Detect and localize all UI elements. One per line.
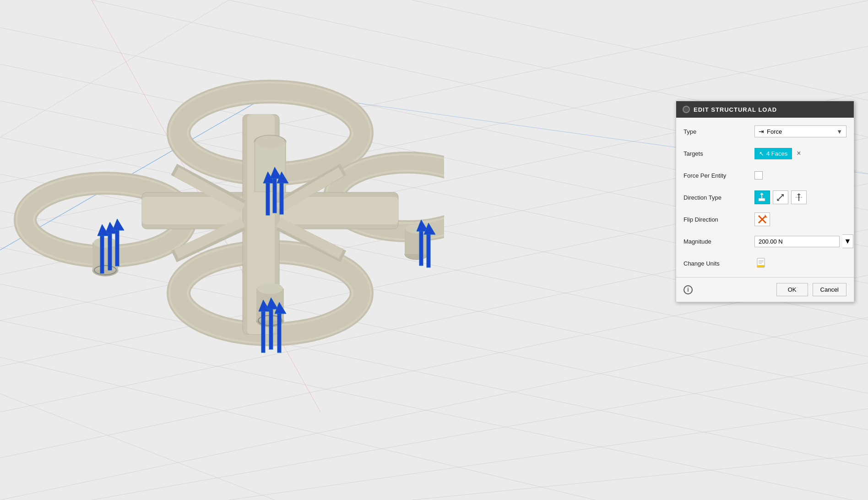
info-button[interactable]: i [684, 285, 693, 294]
flip-icon [757, 214, 767, 224]
targets-count: 4 Faces [766, 150, 787, 157]
svg-rect-73 [273, 179, 277, 213]
flip-direction-button[interactable] [754, 212, 770, 226]
direction-type-label: Direction Type [684, 194, 754, 201]
panel-body: Type ⇥ Force ▼ Targets ↖ 4 Faces × [676, 118, 854, 277]
magnitude-input[interactable] [754, 236, 840, 247]
force-per-entity-control [754, 171, 846, 179]
svg-marker-78 [113, 219, 124, 230]
direction-vector-button[interactable] [773, 190, 788, 204]
panel-footer: i OK Cancel [676, 277, 854, 302]
panel-title: EDIT STRUCTURAL LOAD [694, 106, 777, 113]
cursor-icon: ↖ [759, 150, 764, 157]
svg-point-58 [255, 136, 285, 148]
footer-right: OK Cancel [776, 283, 846, 296]
magnitude-row: Magnitude ▼ [684, 234, 846, 249]
3d-model [0, 0, 444, 500]
magnitude-label: Magnitude [684, 238, 754, 245]
edit-structural-load-panel: EDIT STRUCTURAL LOAD Type ⇥ Force ▼ Targ… [676, 101, 854, 302]
svg-point-61 [257, 283, 283, 294]
direction-type-row: Direction Type [684, 190, 846, 205]
svg-rect-79 [115, 230, 119, 266]
type-dropdown[interactable]: ⇥ Force ▼ [754, 125, 846, 137]
force-per-entity-label: Force Per Entity [684, 172, 754, 179]
targets-row: Targets ↖ 4 Faces × [684, 146, 846, 161]
svg-rect-106 [757, 265, 765, 267]
flip-direction-label: Flip Direction [684, 216, 754, 223]
units-document-icon [755, 257, 768, 270]
svg-rect-81 [100, 236, 104, 273]
svg-rect-87 [277, 314, 281, 353]
face-normal-icon [758, 193, 767, 202]
svg-rect-92 [759, 198, 765, 201]
svg-line-95 [777, 195, 783, 201]
magnitude-control: ▼ [754, 234, 853, 248]
type-value: Force [767, 128, 782, 135]
type-row: Type ⇥ Force ▼ [684, 124, 846, 139]
svg-rect-89 [419, 231, 423, 266]
ok-button[interactable]: OK [776, 283, 808, 296]
direction-face-normal-button[interactable] [754, 190, 770, 204]
targets-label: Targets [684, 150, 754, 157]
svg-rect-75 [280, 183, 283, 214]
cancel-button[interactable]: Cancel [813, 283, 846, 296]
direction-type-control [754, 190, 846, 204]
svg-rect-71 [266, 183, 270, 215]
targets-clear-button[interactable]: × [795, 148, 803, 158]
type-control: ⇥ Force ▼ [754, 125, 846, 137]
footer-left: i [684, 285, 693, 294]
force-per-entity-checkbox[interactable] [754, 171, 763, 179]
targets-control: ↖ 4 Faces × [754, 148, 846, 159]
svg-rect-85 [269, 309, 273, 349]
change-units-label: Change Units [684, 260, 754, 267]
targets-button[interactable]: ↖ 4 Faces [754, 148, 792, 159]
axis-icon [794, 193, 803, 202]
svg-marker-100 [797, 193, 801, 195]
panel-header: EDIT STRUCTURAL LOAD [676, 101, 854, 118]
panel-header-icon [683, 106, 690, 113]
svg-rect-83 [261, 311, 265, 353]
dropdown-arrow-icon: ▼ [836, 128, 842, 135]
svg-point-65 [93, 238, 117, 248]
svg-rect-77 [108, 234, 112, 270]
change-units-control [754, 256, 846, 270]
flip-direction-row: Flip Direction [684, 212, 846, 227]
vector-icon [776, 193, 785, 202]
magnitude-dropdown-button[interactable]: ▼ [842, 234, 853, 248]
svg-rect-91 [427, 234, 430, 267]
force-icon: ⇥ [759, 128, 764, 135]
change-units-row: Change Units [684, 256, 846, 271]
svg-marker-94 [760, 193, 764, 195]
change-units-button[interactable] [754, 256, 768, 270]
flip-direction-control [754, 212, 846, 226]
type-label: Type [684, 128, 754, 135]
direction-axis-button[interactable] [791, 190, 807, 204]
force-per-entity-row: Force Per Entity [684, 168, 846, 183]
